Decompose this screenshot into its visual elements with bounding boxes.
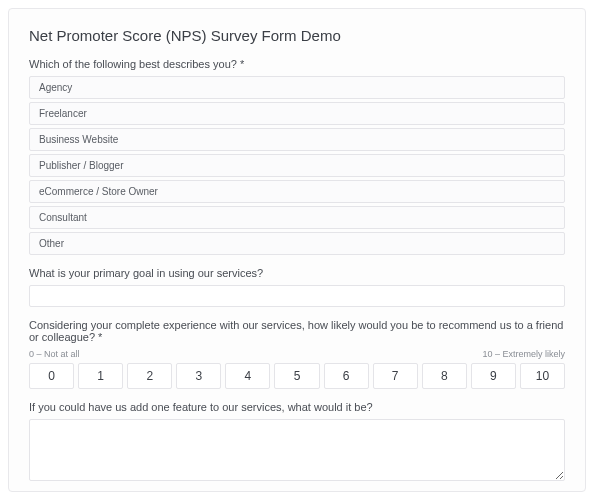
page-title: Net Promoter Score (NPS) Survey Form Dem… <box>29 27 565 44</box>
option-publisher-blogger[interactable]: Publisher / Blogger <box>29 154 565 177</box>
scale-7[interactable]: 7 <box>373 363 418 389</box>
scale-6[interactable]: 6 <box>324 363 369 389</box>
scale-9[interactable]: 9 <box>471 363 516 389</box>
question-1-options: Agency Freelancer Business Website Publi… <box>29 76 565 255</box>
scale-8[interactable]: 8 <box>422 363 467 389</box>
question-4-label: If you could have us add one feature to … <box>29 401 565 413</box>
option-agency[interactable]: Agency <box>29 76 565 99</box>
scale-2[interactable]: 2 <box>127 363 172 389</box>
option-other[interactable]: Other <box>29 232 565 255</box>
scale-0[interactable]: 0 <box>29 363 74 389</box>
primary-goal-input[interactable] <box>29 285 565 307</box>
option-freelancer[interactable]: Freelancer <box>29 102 565 125</box>
option-ecommerce-store-owner[interactable]: eCommerce / Store Owner <box>29 180 565 203</box>
scale-10[interactable]: 10 <box>520 363 565 389</box>
question-1-label: Which of the following best describes yo… <box>29 58 565 70</box>
option-business-website[interactable]: Business Website <box>29 128 565 151</box>
feature-request-textarea[interactable] <box>29 419 565 481</box>
scale-4[interactable]: 4 <box>225 363 270 389</box>
scale-1[interactable]: 1 <box>78 363 123 389</box>
scale-anchor-high: 10 – Extremely likely <box>482 349 565 359</box>
nps-scale: 0 1 2 3 4 5 6 7 8 9 10 <box>29 363 565 389</box>
scale-5[interactable]: 5 <box>274 363 319 389</box>
scale-3[interactable]: 3 <box>176 363 221 389</box>
option-consultant[interactable]: Consultant <box>29 206 565 229</box>
form-card: Net Promoter Score (NPS) Survey Form Dem… <box>8 8 586 492</box>
scale-anchors: 0 – Not at all 10 – Extremely likely <box>29 349 565 359</box>
question-2-label: What is your primary goal in using our s… <box>29 267 565 279</box>
question-3-label: Considering your complete experience wit… <box>29 319 565 343</box>
scale-anchor-low: 0 – Not at all <box>29 349 80 359</box>
